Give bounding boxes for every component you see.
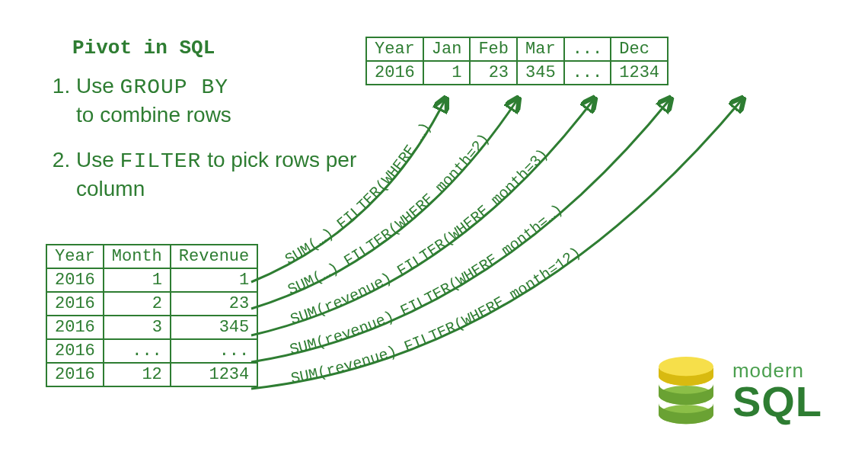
- arrow-4-label: SUM(revenue) FILTER(WHERE month=…): [288, 200, 566, 358]
- dst-h-feb: Feb: [470, 37, 517, 61]
- step-1-keyword: GROUP BY: [120, 75, 228, 99]
- pivot-header-row: Year Jan Feb Mar ... Dec: [366, 37, 668, 61]
- src-row: 2016......: [46, 339, 257, 363]
- pivot-table: Year Jan Feb Mar ... Dec 2016 1 23 345 .…: [365, 37, 669, 85]
- pivot-row: 2016 1 23 345 ... 1234: [366, 61, 668, 85]
- src-h-month: Month: [104, 245, 171, 268]
- dst-h-dec: Dec: [611, 37, 668, 61]
- dst-h-ell: ...: [564, 37, 611, 61]
- dst-h-jan: Jan: [423, 37, 471, 61]
- src-h-revenue: Revenue: [171, 245, 257, 268]
- database-icon: [652, 354, 720, 430]
- step-2-keyword: FILTER: [120, 149, 202, 173]
- step-1-pre: Use: [76, 74, 120, 98]
- step-2-pre: Use: [76, 148, 120, 171]
- step-2: Use FILTER to pick rows per column: [76, 146, 381, 204]
- src-row: 2016121234: [46, 363, 257, 386]
- step-1-post: to combine rows: [76, 103, 231, 127]
- arrow-5-label: SUM(revenue) FILTER(WHERE month=12): [289, 243, 584, 387]
- dst-h-mar: Mar: [517, 37, 564, 61]
- src-row: 20163345: [46, 316, 257, 339]
- logo-text-bottom: SQL: [732, 380, 822, 423]
- src-h-year: Year: [46, 245, 104, 268]
- src-row: 2016223: [46, 292, 257, 316]
- svg-point-3: [659, 357, 713, 376]
- dst-h-year: Year: [366, 37, 423, 61]
- modern-sql-logo: modern SQL: [652, 354, 822, 430]
- source-table: Year Month Revenue 201611 2016223 201633…: [46, 244, 258, 387]
- source-header-row: Year Month Revenue: [46, 245, 257, 268]
- diagram-title: Pivot in SQL: [72, 37, 215, 59]
- src-row: 201611: [46, 268, 257, 292]
- steps-list: Use GROUP BY to combine rows Use FILTER …: [46, 72, 381, 220]
- step-1: Use GROUP BY to combine rows: [76, 72, 381, 130]
